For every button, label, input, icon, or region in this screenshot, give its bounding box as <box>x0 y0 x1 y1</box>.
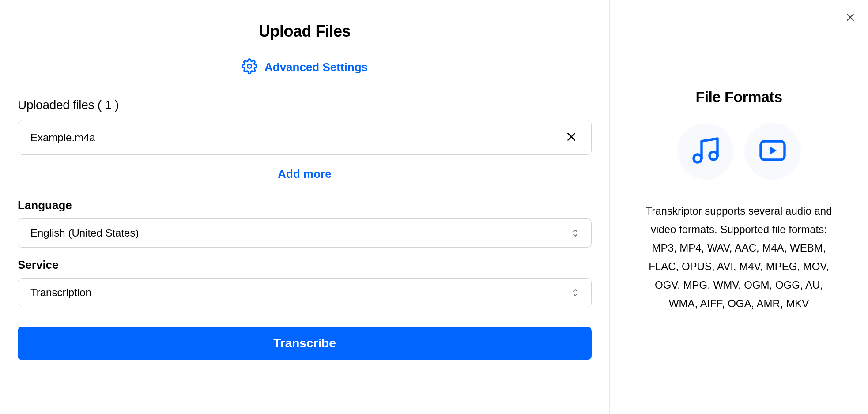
service-selected-value: Transcription <box>30 286 91 299</box>
remove-file-button[interactable] <box>564 129 579 146</box>
formats-title: File Formats <box>636 88 842 105</box>
language-label: Language <box>18 199 592 212</box>
language-selected-value: English (United States) <box>30 227 139 239</box>
chevron-up-down-icon <box>572 229 579 237</box>
advanced-settings-label: Advanced Settings <box>264 60 368 74</box>
audio-format-icon <box>677 123 734 180</box>
language-select[interactable]: English (United States) <box>18 218 592 248</box>
x-icon <box>566 131 577 144</box>
chevron-up-down-icon <box>572 288 579 297</box>
uploaded-file-row: Example.m4a <box>18 120 592 155</box>
svg-point-4 <box>694 154 702 162</box>
gear-icon <box>242 58 257 76</box>
music-note-icon <box>690 135 721 168</box>
uploaded-files-label: Uploaded files ( 1 ) <box>18 98 592 112</box>
service-label: Service <box>18 258 592 272</box>
svg-point-5 <box>709 152 717 160</box>
play-video-icon <box>757 135 789 168</box>
info-panel: File Formats <box>610 0 868 414</box>
page-title: Upload Files <box>18 22 592 41</box>
file-name: Example.m4a <box>30 132 95 144</box>
service-select[interactable]: Transcription <box>18 278 592 307</box>
format-icons <box>636 123 842 180</box>
formats-description: Transkriptor supports several audio and … <box>636 202 842 313</box>
advanced-settings-link[interactable]: Advanced Settings <box>18 58 592 76</box>
add-more-button[interactable]: Add more <box>18 167 592 181</box>
transcribe-button[interactable]: Transcribe <box>18 327 592 360</box>
upload-panel: Upload Files Advanced Settings Uploaded … <box>0 0 609 414</box>
video-format-icon <box>744 123 801 180</box>
